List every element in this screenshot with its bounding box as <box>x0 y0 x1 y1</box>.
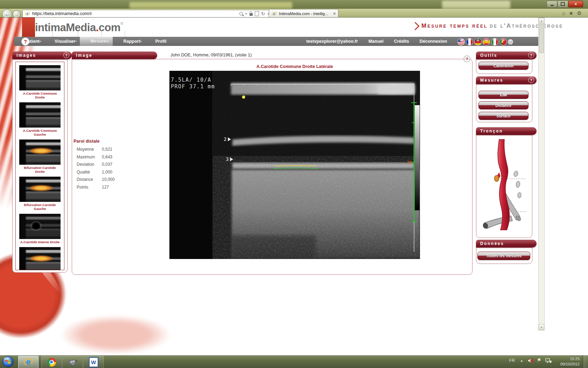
url-text: https://beta.intimamedia.com/# <box>32 11 237 16</box>
help-icon: ? <box>24 39 27 45</box>
help-icon: ? <box>466 57 468 61</box>
browser-tab[interactable]: e IntimaMedia.com - Intellig... × <box>269 9 338 18</box>
svg-text:e: e <box>26 357 31 367</box>
show-desktop-button[interactable] <box>583 355 588 368</box>
measure-label: Qualité <box>77 170 102 175</box>
image-help-button[interactable]: ? <box>463 55 470 62</box>
flag-pt-icon[interactable] <box>499 38 507 46</box>
thumbnail-item[interactable]: Bifurcation Carotide Gauche <box>19 177 61 211</box>
calibration-button[interactable]: Calibration <box>478 62 528 70</box>
measure-value: 127 <box>102 185 122 190</box>
gear-icon[interactable]: ⚙ <box>577 10 582 16</box>
plaque-marker[interactable] <box>495 175 499 182</box>
toutes-les-mesures-button[interactable]: Toutes les mesures <box>477 252 530 260</box>
tab-close-icon[interactable]: × <box>333 11 336 16</box>
clock-date: 09/10/2012 <box>553 362 580 367</box>
measure-value: 10,000 <box>102 177 122 182</box>
thumbnail-label: Bifurcation Carotide Droite <box>19 166 61 173</box>
nav-item-visualiser[interactable]: Visualiser <box>44 37 80 46</box>
scroll-down-button[interactable]: ▼ <box>539 324 544 330</box>
nav-item-mesures[interactable]: Mesures <box>80 37 113 46</box>
start-button[interactable] <box>2 356 14 368</box>
flag-it-icon[interactable] <box>491 38 498 46</box>
desktop-glass-strip: × <box>0 0 588 9</box>
mesures-help-button[interactable]: ? <box>528 77 534 83</box>
svg-text:e: e <box>26 12 28 16</box>
star-icon[interactable]: ★ <box>569 10 573 16</box>
user-email: testvpexplorer@yahoo.fr <box>306 39 358 44</box>
scroll-up-button[interactable]: ▲ <box>539 18 544 24</box>
address-bar[interactable]: e https://beta.intimamedia.com/# ▼ ↻ × <box>22 10 272 18</box>
donnees-panel-title: Données <box>480 241 504 246</box>
window-controls: × <box>547 1 583 7</box>
measure-label: Points <box>77 185 102 190</box>
tray-expand-icon[interactable]: ▲ <box>520 359 523 362</box>
mesures-panel-title: Mesures <box>480 78 503 83</box>
gimp-icon <box>68 357 77 367</box>
thumbnail-item[interactable]: A.Carotide Commune Gauche <box>19 102 61 136</box>
taskbar-gimp-button[interactable] <box>62 356 83 368</box>
ultrasound-overlay-line2: PROF 37.1 mm <box>171 83 215 90</box>
language-flags <box>457 38 513 46</box>
action-center-flag-icon[interactable] <box>537 358 542 365</box>
search-icon[interactable] <box>239 12 243 15</box>
taskbar-ie-button[interactable]: e <box>18 356 38 368</box>
scroll-up-icon: ▲ <box>540 20 542 22</box>
measure-label: Distance <box>77 177 102 182</box>
taskbar-word-button[interactable]: W <box>83 356 104 368</box>
calibration-dot[interactable] <box>242 96 245 99</box>
images-help-button[interactable]: ? <box>63 52 69 58</box>
carotid-artery-diagram[interactable] <box>481 137 527 237</box>
nav-link-deconnexion[interactable]: Déconnexion <box>420 39 447 44</box>
thumbnail-item[interactable]: A.Carotide Interne Droite <box>19 214 61 244</box>
nav-help-button[interactable]: ? <box>21 38 29 46</box>
flag-ghost-icon <box>508 39 513 45</box>
taskbar-clock[interactable]: 15:25 09/10/2012 <box>553 356 580 367</box>
network-icon[interactable] <box>545 358 552 365</box>
refresh-icon[interactable]: ↻ <box>261 11 265 16</box>
compatibility-view-icon[interactable] <box>255 11 259 16</box>
home-icon[interactable]: ⌂ <box>562 10 565 16</box>
search-dropdown-icon[interactable]: ▼ <box>245 13 247 15</box>
background-window-blur-2 <box>442 1 510 9</box>
patient-info-line: John DOE, Homme, 09/03/1961, (visite 1) <box>170 53 252 57</box>
nav-divider <box>102 31 102 37</box>
restore-icon <box>561 2 565 6</box>
thumbnail-item[interactable]: Bifurcation Carotide Droite <box>19 139 61 173</box>
nav-link-manuel[interactable]: Manuel <box>369 39 384 44</box>
window-close-button[interactable]: × <box>568 1 583 7</box>
language-indicator[interactable]: FR <box>509 358 515 363</box>
measure-value: 1,000 <box>102 170 122 175</box>
thumbnail-image <box>19 65 61 90</box>
window-minimize-button[interactable] <box>547 1 557 7</box>
thumbnail-item[interactable]: A.Carotide Interne Gauche <box>19 247 61 270</box>
site-logo[interactable]: intimaMedia.com® <box>35 21 123 34</box>
flag-de-icon[interactable] <box>474 38 482 46</box>
nav-divider <box>125 31 125 37</box>
thumbnail-label: A.Carotide Interne Droite <box>19 240 61 244</box>
image-panel-title: Image <box>76 53 92 58</box>
flag-fr-icon[interactable] <box>466 38 473 46</box>
thumbnail-label: Bifurcation Carotide Gauche <box>19 203 61 211</box>
surface-button[interactable]: Surface <box>478 112 528 120</box>
vertebrae-shapes <box>513 171 521 198</box>
flag-es-icon[interactable] <box>483 38 490 46</box>
nav-item-profil[interactable]: Profil <box>145 37 171 46</box>
vertical-scrollbar[interactable]: ▲ ▼ <box>538 18 545 330</box>
outils-help-button[interactable]: ? <box>528 52 534 58</box>
scrollbar-thumb[interactable] <box>539 24 544 53</box>
eim-button[interactable]: EIM <box>478 91 528 99</box>
nav-divider <box>52 31 53 37</box>
tagline-accent: Mesure temps réel <box>421 22 488 29</box>
background-window-blur <box>130 2 292 9</box>
volume-muted-icon[interactable] <box>528 358 534 365</box>
close-icon: × <box>574 2 577 7</box>
window-restore-button[interactable] <box>558 1 568 7</box>
flag-us-icon[interactable] <box>457 38 465 46</box>
nav-link-credits[interactable]: Crédits <box>394 39 409 44</box>
thumbnail-item[interactable]: A.Carotide Commune Droite <box>19 65 61 99</box>
ultrasound-image[interactable]: 7.5LA/ 10/A PROF 37.1 mm 2 3 30 <box>169 71 420 259</box>
taskbar-chrome-button[interactable] <box>41 356 62 368</box>
thumbnail-label: A.Carotide Commune Gauche <box>19 129 61 136</box>
distance-button[interactable]: Distance <box>478 101 528 109</box>
